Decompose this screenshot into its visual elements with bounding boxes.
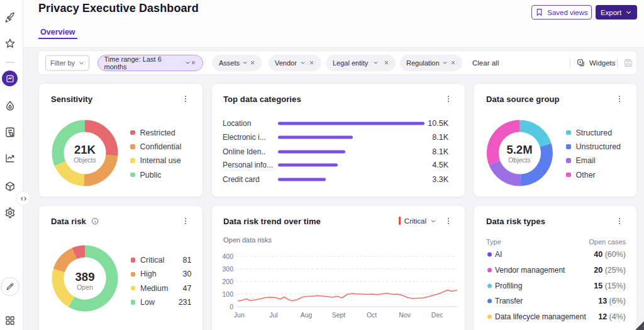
card-top-data-categories: Top data categories Location10.5K Electr… (211, 83, 465, 197)
sensitivity-legend: Restricted Confidential Internal use Pub… (130, 126, 193, 182)
sidebar (0, 0, 23, 330)
filter-bar: Filter by Time range: Last 6 months Asse… (38, 50, 637, 75)
page-title: Privacy Executive Dashboard (38, 2, 199, 15)
saved-views[interactable]: Saved views (531, 5, 592, 20)
trend-chart (236, 251, 457, 309)
card-data-risk: Data risk 389 Open Critical81 High30 Med… (38, 205, 203, 330)
export[interactable]: Export (596, 5, 637, 20)
tabs: Overview (38, 26, 77, 39)
data-source-donut (474, 84, 566, 198)
card-sensitivity: Sensitivity 21K Objects Restricted Confi… (38, 83, 203, 197)
sensitivity-donut (39, 84, 131, 198)
card-data-risk-trend: Data risk trend over time Critical Open … (211, 205, 465, 330)
data-risk-donut (39, 209, 131, 323)
header: Privacy Executive Dashboard Saved views … (23, 0, 644, 48)
privacy-executive-dashboard: Privacy Executive Dashboard Saved views … (0, 0, 644, 330)
card-data-risk-types: Data risk types Type Open cases AI40 (60… (474, 205, 637, 330)
card-data-source-group: Data source group 5.2M Objects Structure… (474, 83, 637, 197)
data-risk-legend: Critical81 High30 Medium47 Low231 (131, 253, 192, 309)
data-source-legend: Structured Unstructured Email Other (566, 126, 635, 182)
